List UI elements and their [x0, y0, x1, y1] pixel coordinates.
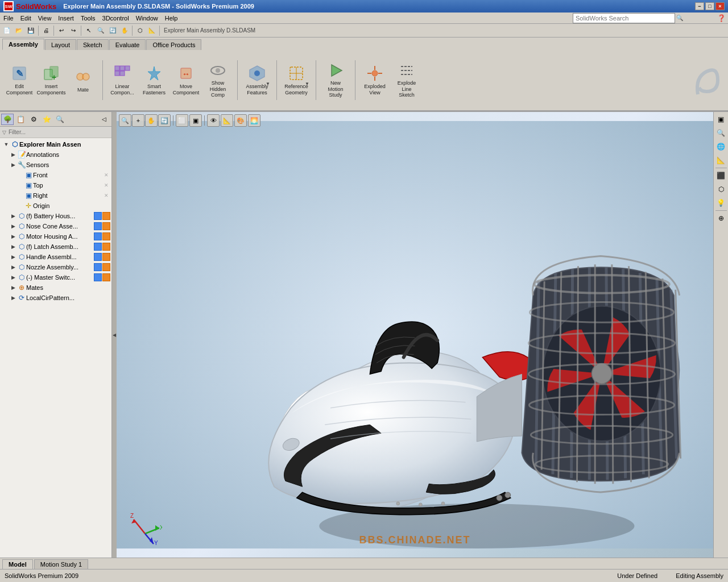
show-hidden-btn[interactable]: ShowHiddenComp [203, 61, 233, 99]
tree-item-mates[interactable]: ▶ ⊕ Mates [0, 282, 111, 293]
battery-expand[interactable]: ▶ [9, 212, 17, 220]
rt-display-btn[interactable]: ⬡ [715, 183, 727, 196]
close-btn[interactable]: × [715, 2, 725, 10]
tree-root[interactable]: ▼ ⬡ Explorer Main Assen [0, 139, 111, 149]
print-btn[interactable]: 🖨 [40, 25, 52, 36]
tree-item-sensors[interactable]: ▶ 🔧 Sensors [0, 160, 111, 170]
tab-office-products[interactable]: Office Products [146, 39, 201, 50]
menu-tools[interactable]: Tools [77, 14, 99, 23]
open-btn[interactable]: 📂 [13, 25, 24, 36]
tree-item-latch[interactable]: ▶ ⬡ (f) Latch Assemb... [0, 242, 111, 252]
undo-btn[interactable]: ↩ [56, 25, 67, 36]
tab-motion-study-1[interactable]: Motion Study 1 [34, 559, 88, 569]
section-view-btn[interactable]: 📐 [221, 114, 233, 127]
tree-item-motor-housing[interactable]: ▶ ⬡ Motor Housing A... [0, 231, 111, 242]
collapse-panel-btn[interactable]: ◀ [112, 112, 117, 558]
ribbon-tabs: Assembly Layout Sketch Evaluate Office P… [0, 38, 728, 50]
view-orientation-btn[interactable]: ▣ [189, 114, 202, 127]
rt-render-btn[interactable]: ⬛ [715, 169, 727, 182]
menu-file[interactable]: File [0, 14, 17, 23]
tab-model[interactable]: Model [2, 559, 33, 569]
menu-3dcontrol[interactable]: 3Dcontrol [99, 14, 133, 23]
tree-item-top[interactable]: ▣ Top ✕ [0, 180, 111, 190]
mates-expand[interactable]: ▶ [9, 284, 17, 292]
save-btn[interactable]: 💾 [25, 25, 36, 36]
tree-item-local-cir[interactable]: ▶ ⟳ LocalCirPattern... [0, 293, 111, 303]
latch-expand[interactable]: ▶ [9, 243, 17, 251]
exploded-view-btn[interactable]: ExplodedView [360, 61, 390, 99]
root-expand[interactable]: ▼ [2, 140, 10, 148]
reference-geometry-arrow[interactable]: ▼ [305, 81, 309, 86]
menu-window[interactable]: Window [133, 14, 162, 23]
local-cir-expand[interactable]: ▶ [9, 294, 17, 302]
viewport[interactable]: 🔍 + ✋ 🔄 ⬜ ▣ 👁 📐 🎨 🌅 Z [117, 112, 713, 558]
ft-search-btn[interactable]: 🔍 [53, 114, 66, 125]
new-motion-study-btn[interactable]: New MotionStudy [321, 61, 350, 99]
tree-item-handle[interactable]: ▶ ⬡ Handle Assembl... [0, 252, 111, 262]
nose-expand[interactable]: ▶ [9, 222, 17, 230]
explode-line-sketch-btn[interactable]: ExplodeLineSketch [392, 61, 421, 99]
edit-component-btn[interactable]: ✎ EditComponent [5, 61, 34, 99]
tree-item-nozzle[interactable]: ▶ ⬡ Nozzle Assembly... [0, 262, 111, 272]
master-expand[interactable]: ▶ [9, 273, 17, 281]
assembly-features-btn[interactable]: AssemblyFeatures ▼ [242, 61, 272, 99]
rotate-btn[interactable]: 🔄 [107, 25, 118, 36]
display-style-btn[interactable]: ⬜ [176, 114, 188, 127]
sensors-expand[interactable]: ▶ [9, 161, 17, 169]
tree-item-front[interactable]: ▣ Front ✕ [0, 170, 111, 180]
tree-item-nose-cone[interactable]: ▶ ⬡ Nose Cone Asse... [0, 221, 111, 231]
zoom-btn[interactable]: 🔍 [95, 25, 106, 36]
assembly-features-arrow[interactable]: ▼ [266, 81, 270, 86]
menu-insert[interactable]: Insert [55, 14, 77, 23]
ft-favorites-btn[interactable]: ⭐ [40, 114, 53, 125]
reference-geometry-btn[interactable]: ReferenceGeometry ▼ [282, 61, 311, 99]
rt-add-btn[interactable]: ⊕ [715, 212, 727, 225]
tab-layout[interactable]: Layout [45, 39, 76, 50]
handle-expand[interactable]: ▶ [9, 253, 17, 261]
tree-item-master-switch[interactable]: ▶ ⬡ (-) Master Switc... [0, 272, 111, 282]
view-btn[interactable]: 📐 [146, 25, 158, 36]
new-btn[interactable]: 📄 [1, 25, 13, 36]
select-btn[interactable]: ↖ [83, 25, 94, 36]
search-input[interactable] [573, 13, 675, 23]
tab-sketch[interactable]: Sketch [77, 39, 109, 50]
display-mode-btn[interactable]: ⬡ [134, 25, 146, 36]
pan-btn[interactable]: ✋ [119, 25, 130, 36]
motor-expand[interactable]: ▶ [9, 232, 17, 240]
menu-help[interactable]: Help [162, 14, 181, 23]
tree-item-right[interactable]: ▣ Right ✕ [0, 190, 111, 201]
tab-assembly[interactable]: Assembly [2, 39, 44, 50]
ft-config-manager-btn[interactable]: ⚙ [27, 114, 40, 125]
insert-components-btn[interactable]: + InsertComponents [36, 61, 66, 99]
hide-show-btn[interactable]: 👁 [207, 114, 220, 127]
menu-edit[interactable]: Edit [17, 14, 35, 23]
rt-measure-btn[interactable]: 📐 [715, 154, 727, 167]
ft-arrow-left-btn[interactable]: ◁ [98, 114, 110, 125]
smart-fasteners-btn[interactable]: SmartFasteners [139, 61, 169, 99]
linear-component-btn[interactable]: LinearCompon... [107, 61, 137, 99]
rt-zoom-btn[interactable]: 🔍 [715, 127, 727, 139]
rt-light-btn[interactable]: 💡 [715, 197, 727, 209]
ft-design-tree-btn[interactable]: 🌳 [1, 114, 14, 125]
rotate-view-btn[interactable]: 🔄 [158, 114, 171, 127]
move-component-btn[interactable]: ↔ MoveComponent [171, 61, 201, 99]
menu-view[interactable]: View [35, 14, 55, 23]
tree-item-battery-hous[interactable]: ▶ ⬡ (f) Battery Hous... [0, 211, 111, 221]
zoom-in-btn[interactable]: + [132, 114, 144, 127]
tree-item-annotations[interactable]: ▶ 📝 Annotations [0, 149, 111, 160]
rt-view-orient-btn[interactable]: ▣ [715, 113, 727, 126]
scene-btn[interactable]: 🌅 [248, 114, 260, 127]
nozzle-expand[interactable]: ▶ [9, 263, 17, 271]
rt-globe-btn[interactable]: 🌐 [715, 140, 727, 153]
tree-item-origin[interactable]: ✛ Origin [0, 201, 111, 211]
tab-evaluate[interactable]: Evaluate [109, 39, 146, 50]
appearance-btn[interactable]: 🎨 [234, 114, 247, 127]
ft-property-manager-btn[interactable]: 📋 [14, 114, 27, 125]
pan-view-btn[interactable]: ✋ [145, 114, 158, 127]
redo-btn[interactable]: ↪ [68, 25, 79, 36]
mate-btn[interactable]: Mate [68, 61, 98, 99]
restore-btn[interactable]: □ [705, 2, 714, 10]
annotations-expand[interactable]: ▶ [9, 151, 17, 159]
zoom-to-fit-btn[interactable]: 🔍 [119, 114, 131, 127]
minimize-btn[interactable]: − [695, 2, 704, 10]
